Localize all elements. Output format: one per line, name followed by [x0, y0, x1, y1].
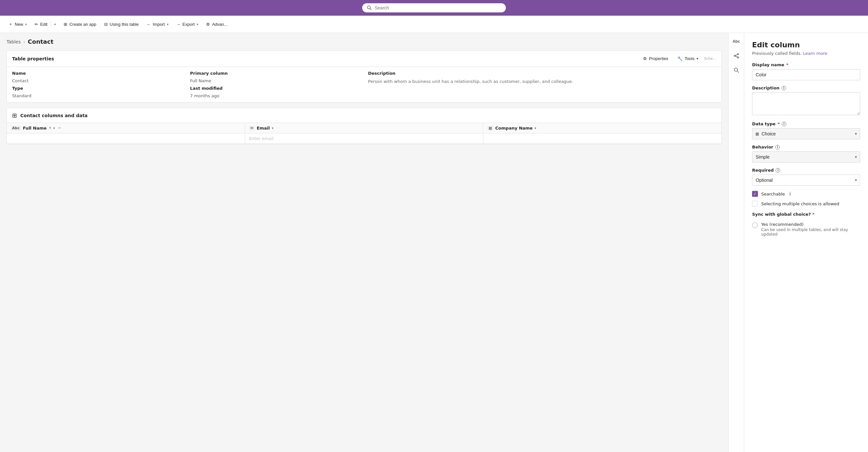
breadcrumb-parent[interactable]: Tables	[6, 39, 21, 44]
panel-subtitle: Previously called fields. Learn more	[752, 51, 860, 56]
searchable-row: Searchable i	[752, 191, 860, 197]
tools-label: Tools	[684, 56, 694, 61]
sync-yes-radio[interactable]	[752, 222, 758, 228]
search-side-icon-btn[interactable]	[731, 64, 742, 76]
last-modified-label: Last modified	[190, 86, 364, 91]
behavior-select[interactable]: Simple	[752, 152, 860, 163]
advanced-label: Advan...	[212, 22, 227, 27]
multiple-choices-checkbox[interactable]	[752, 201, 758, 206]
name-value: Contact	[12, 78, 186, 83]
share-side-icon-btn[interactable]	[731, 50, 742, 62]
new-label: New	[15, 22, 23, 27]
description-group: Description i	[752, 86, 860, 116]
side-icon-strip: Abc	[728, 33, 744, 452]
edit-col-icon[interactable]: ✏	[58, 126, 61, 130]
create-app-label: Create an app	[69, 22, 96, 27]
required-label-row: Required i	[752, 168, 860, 173]
sync-required-marker: *	[812, 212, 814, 217]
fullname-chevron-icon: ▾	[53, 126, 55, 130]
sync-yes-sublabel: Can be used in multiple tables, and will…	[761, 227, 860, 236]
panel-subtitle-text: Previously called fields.	[752, 51, 802, 56]
type-label: Type	[12, 86, 186, 91]
multiple-choices-row: Selecting multiple choices is allowed	[752, 201, 860, 206]
required-select-wrapper: Optional ▾	[752, 174, 860, 186]
behavior-info-icon[interactable]: i	[775, 145, 780, 150]
left-panel: Tables › Contact Table properties ⚙ Prop…	[0, 33, 728, 452]
svg-point-2	[737, 54, 739, 55]
searchable-checkbox[interactable]	[752, 191, 758, 197]
company-cell[interactable]	[483, 133, 721, 144]
required-info-icon[interactable]: i	[776, 168, 780, 173]
searchable-info-icon[interactable]: i	[789, 191, 791, 196]
company-header-label: Company Name	[495, 126, 533, 131]
svg-point-0	[367, 6, 370, 9]
table-row: Enter email	[7, 133, 721, 144]
fullname-type-icon: Abc	[11, 126, 21, 131]
advanced-icon: ⚙	[206, 22, 210, 27]
sync-label: Sync with global choice? *	[752, 212, 814, 217]
search-box	[362, 3, 506, 12]
sync-radio-row: Yes (recommended) Can be used in multipl…	[752, 222, 860, 236]
card-header: Table properties ⚙ Properties 🔧 Tools ▾ …	[7, 51, 721, 67]
export-icon: →	[176, 22, 181, 27]
edit-chevron-icon: ▾	[54, 23, 56, 26]
data-type-info-icon[interactable]: i	[782, 122, 786, 126]
display-name-label: Display name	[752, 62, 784, 67]
edit-label: Edit	[40, 22, 48, 27]
fullname-cell[interactable]	[7, 133, 245, 144]
text-side-icon: Abc	[733, 39, 740, 44]
description-label: Description	[752, 86, 779, 90]
export-button[interactable]: → Export ▾	[173, 20, 202, 29]
breadcrumb: Tables › Contact	[6, 38, 722, 45]
col-email-header[interactable]: ✉ Email ▾	[245, 123, 483, 133]
table-header-row: Abc Full Name ↑ ▾ ✏ ✉ Email ▾	[7, 123, 721, 133]
display-name-input[interactable]	[752, 69, 860, 80]
using-table-icon: ⊟	[104, 22, 108, 27]
panel-title: Edit column	[752, 41, 860, 49]
search-icon	[367, 5, 372, 10]
data-type-label: Data type	[752, 121, 776, 126]
email-cell[interactable]: Enter email	[245, 133, 483, 144]
sync-section: Sync with global choice? * Yes (recommen…	[752, 212, 860, 239]
display-name-group: Display name *	[752, 62, 860, 80]
data-type-required: *	[778, 121, 780, 126]
properties-button[interactable]: ⚙ Properties	[640, 55, 672, 63]
new-button[interactable]: ＋ New ▾	[5, 19, 30, 29]
col-company-header[interactable]: ▦ Company Name ▾	[483, 123, 721, 133]
search-input[interactable]	[375, 5, 501, 10]
import-icon: ←	[147, 22, 151, 27]
fullname-header-label: Full Name	[23, 126, 47, 131]
email-chevron-icon: ▾	[272, 126, 273, 130]
behavior-select-wrapper: Simple ▾	[752, 152, 860, 163]
search-side-icon	[734, 67, 739, 73]
col-fullname-header[interactable]: Abc Full Name ↑ ▾ ✏	[7, 123, 245, 133]
edit-divider	[51, 20, 51, 28]
display-name-required: *	[786, 62, 788, 67]
display-name-label-row: Display name *	[752, 62, 860, 67]
email-type-icon: ✉	[249, 126, 255, 131]
sync-yes-label: Yes (recommended)	[761, 222, 860, 227]
tools-button[interactable]: 🔧 Tools ▾	[674, 55, 701, 63]
create-app-button[interactable]: ⊞ Create an app	[60, 20, 99, 29]
advanced-button[interactable]: ⚙ Advan...	[203, 20, 231, 29]
data-type-select[interactable]: Choice	[752, 128, 860, 139]
props-col-3: Description Person with whom a business …	[368, 71, 716, 98]
schema-tab-label[interactable]: Sche...	[704, 57, 716, 61]
edit-column-panel: Edit column Previously called fields. Le…	[744, 33, 868, 452]
description-label-row: Description i	[752, 86, 860, 90]
description-textarea[interactable]	[752, 92, 860, 115]
using-table-button[interactable]: ⊟ Using this table	[101, 20, 142, 29]
learn-more-link[interactable]: Learn more	[803, 51, 827, 56]
edit-button[interactable]: ✏ Edit ▾	[31, 18, 59, 30]
required-label: Required	[752, 168, 774, 173]
svg-line-1	[370, 9, 372, 10]
text-side-icon-btn[interactable]: Abc	[731, 36, 742, 47]
import-button[interactable]: ← Import ▾	[143, 20, 172, 29]
searchable-label: Searchable	[761, 192, 785, 196]
multiple-choices-label: Selecting multiple choices is allowed	[761, 201, 839, 206]
data-section-header: ⊞ Contact columns and data	[7, 108, 721, 123]
behavior-group: Behavior i Simple ▾	[752, 144, 860, 163]
required-select[interactable]: Optional	[752, 174, 860, 186]
sort-asc-icon: ↑	[49, 126, 51, 130]
description-info-icon[interactable]: i	[781, 86, 786, 90]
